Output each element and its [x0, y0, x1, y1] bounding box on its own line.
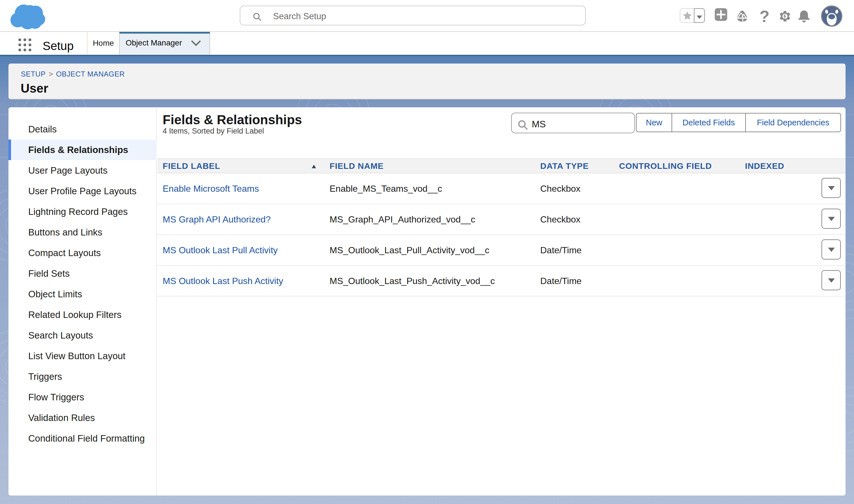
svg-text:?: ?: [759, 8, 769, 25]
